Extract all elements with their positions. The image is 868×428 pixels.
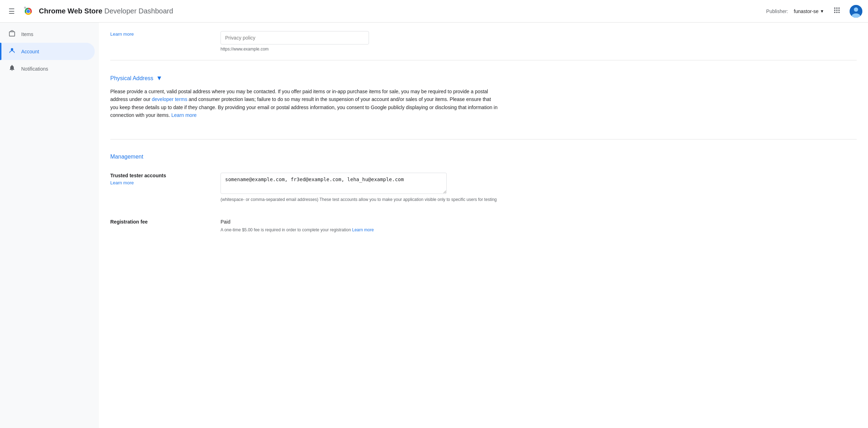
developer-terms-link[interactable]: developer terms [152, 96, 187, 102]
trusted-tester-title: Trusted tester accounts [110, 173, 209, 178]
registration-fee-learn-more[interactable]: Learn more [352, 227, 374, 232]
main-content: Learn more https://www.example.com Physi… [99, 23, 868, 428]
registration-fee-value: Paid [221, 219, 857, 225]
svg-rect-5 [24, 7, 26, 8]
divider-1 [110, 60, 857, 60]
trusted-tester-input-col: somename@example.com, fr3ed@example.com,… [221, 173, 857, 202]
privacy-policy-input[interactable] [221, 31, 369, 44]
physical-address-title: Physical Address [110, 75, 153, 82]
avatar-image [850, 5, 862, 18]
header-left: ☰ Chrome Web Store Developer Dashboard [6, 4, 173, 18]
trusted-tester-learn-more[interactable]: Learn more [110, 180, 134, 185]
privacy-policy-hint: https://www.example.com [221, 47, 857, 52]
sidebar: Items Account Notifications [0, 23, 99, 428]
registration-fee-value-col: Paid A one-time $5.00 fee is required in… [221, 219, 857, 232]
divider-2 [110, 139, 857, 139]
sidebar-item-items[interactable]: Items [0, 25, 95, 43]
sidebar-item-items-label: Items [21, 31, 33, 37]
privacy-policy-learn-more[interactable]: Learn more [110, 31, 134, 37]
publisher-dropdown-icon: ▼ [820, 9, 824, 14]
app-title: Chrome Web Store Developer Dashboard [39, 7, 173, 15]
trusted-tester-textarea[interactable]: somename@example.com, fr3ed@example.com,… [221, 173, 447, 194]
publisher-label: Publisher: [766, 8, 788, 14]
registration-fee-label-col: Registration fee [110, 219, 209, 226]
trusted-tester-label-col: Trusted tester accounts Learn more [110, 173, 209, 185]
privacy-policy-input-col: https://www.example.com [221, 31, 857, 52]
physical-address-description: Please provide a current, valid postal a… [110, 88, 499, 119]
svg-point-6 [834, 7, 835, 9]
svg-point-12 [834, 12, 835, 13]
grid-icon[interactable] [830, 3, 844, 19]
publisher-name[interactable]: funastor-se ▼ [794, 8, 824, 14]
sidebar-item-account-label: Account [21, 49, 39, 54]
management-title: Management [110, 151, 857, 160]
registration-fee-row: Registration fee Paid A one-time $5.00 f… [110, 213, 857, 238]
svg-point-18 [11, 48, 13, 50]
registration-fee-note: A one-time $5.00 fee is required in orde… [221, 227, 857, 232]
chrome-logo [22, 5, 35, 18]
trusted-tester-hint: (whitespace- or comma-separated email ad… [221, 197, 857, 202]
main-layout: Items Account Notifications Le [0, 23, 868, 428]
registration-fee-title: Registration fee [110, 219, 209, 225]
svg-point-10 [836, 10, 838, 11]
account-icon [8, 47, 16, 56]
hamburger-icon[interactable]: ☰ [6, 4, 18, 18]
svg-point-7 [836, 7, 838, 9]
svg-point-11 [838, 10, 840, 11]
avatar[interactable] [850, 5, 862, 18]
physical-address-section: Physical Address ▼ Please provide a curr… [110, 63, 857, 136]
physical-address-header[interactable]: Physical Address ▼ [110, 72, 857, 82]
notifications-icon [8, 64, 16, 73]
svg-point-8 [838, 7, 840, 9]
privacy-policy-row: Learn more https://www.example.com [110, 23, 857, 57]
app-header: ☰ Chrome Web Store Developer Dashboard P… [0, 0, 868, 23]
physical-address-learn-more[interactable]: Learn more [171, 112, 197, 118]
items-icon [8, 30, 16, 38]
trusted-tester-row: Trusted tester accounts Learn more somen… [110, 167, 857, 208]
svg-point-16 [854, 7, 858, 12]
privacy-policy-label-col: Learn more [110, 31, 209, 37]
svg-point-3 [27, 10, 30, 13]
sidebar-item-account[interactable]: Account [0, 43, 95, 60]
svg-point-14 [838, 12, 840, 13]
sidebar-item-notifications-label: Notifications [21, 66, 48, 72]
apps-icon [833, 6, 841, 14]
management-section: Management Trusted tester accounts Learn… [110, 142, 857, 246]
svg-point-9 [834, 10, 835, 11]
svg-point-13 [836, 12, 838, 13]
physical-address-chevron: ▼ [156, 75, 163, 82]
header-right: Publisher: funastor-se ▼ [766, 3, 862, 19]
chrome-logo-svg [22, 5, 35, 18]
sidebar-item-notifications[interactable]: Notifications [0, 60, 95, 77]
